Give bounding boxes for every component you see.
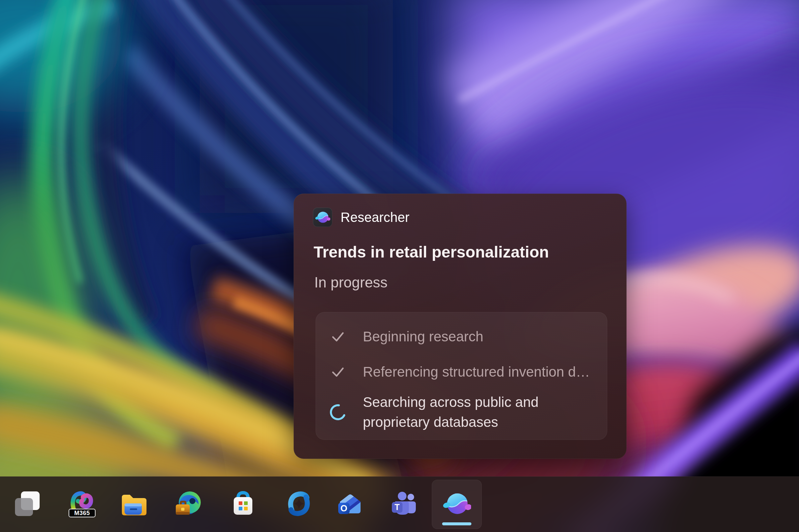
- spinner-icon: [329, 403, 347, 421]
- taskbar-item-file-explorer[interactable]: [119, 489, 149, 519]
- task-status: In progress: [314, 274, 388, 291]
- taskbar: M365: [0, 476, 799, 532]
- step-label: Beginning research: [363, 327, 483, 347]
- taskbar-item-m365-copilot[interactable]: M365: [66, 489, 95, 519]
- researcher-icon: [443, 489, 471, 518]
- taskbar-item-task-view[interactable]: [12, 489, 42, 519]
- desktop: Researcher Trends in retail personalizat…: [0, 0, 799, 532]
- step-label: Referencing structured invention d…: [363, 362, 590, 382]
- outlook-icon: O: [335, 489, 365, 519]
- svg-text:O: O: [340, 504, 347, 513]
- progress-step: Searching across public and proprietary …: [329, 391, 582, 433]
- step-label: Searching across public and proprietary …: [363, 392, 582, 432]
- app-name: Researcher: [340, 210, 409, 225]
- taskbar-item-edge[interactable]: [173, 489, 203, 519]
- file-explorer-icon: [119, 489, 149, 519]
- card-header: Researcher: [313, 208, 409, 227]
- taskbar-item-store[interactable]: [228, 489, 258, 519]
- task-view-icon: [12, 489, 42, 519]
- researcher-progress-card[interactable]: Researcher Trends in retail personalizat…: [294, 194, 627, 459]
- taskbar-item-copilot[interactable]: [284, 489, 314, 519]
- check-icon: [329, 363, 347, 381]
- active-app-indicator: [442, 522, 471, 525]
- progress-step: Beginning research: [329, 326, 483, 347]
- progress-step: Referencing structured invention d…: [329, 361, 590, 383]
- copilot-icon: [284, 489, 314, 519]
- taskbar-item-researcher[interactable]: [442, 489, 472, 519]
- progress-steps-panel: Beginning research Referencing structure…: [316, 312, 607, 440]
- edge-icon: [173, 489, 203, 519]
- svg-text:T: T: [394, 502, 400, 512]
- check-icon: [329, 328, 347, 346]
- taskbar-item-outlook[interactable]: O: [335, 489, 365, 519]
- microsoft-store-icon: [228, 489, 258, 519]
- taskbar-item-teams[interactable]: T: [390, 489, 420, 519]
- task-title: Trends in retail personalization: [314, 243, 549, 261]
- m365-badge: M365: [69, 509, 95, 517]
- researcher-logo-icon: [315, 210, 330, 225]
- teams-icon: T: [390, 489, 420, 519]
- researcher-app-icon: [313, 208, 332, 227]
